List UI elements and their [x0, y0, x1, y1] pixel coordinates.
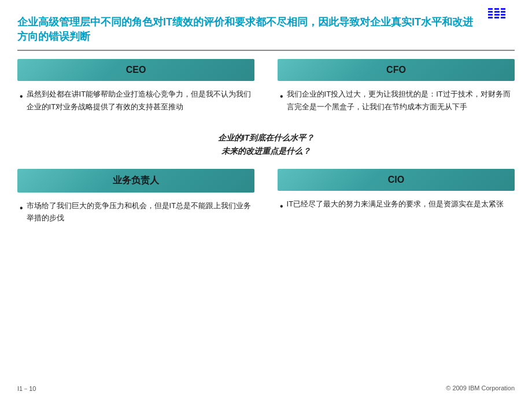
svg-rect-2 [488, 14, 493, 16]
cio-card: CIO • IT已经尽了最大的努力来满足业务的要求，但是资源实在是太紧张 [278, 169, 515, 228]
cio-bullet: • IT已经尽了最大的努力来满足业务的要求，但是资源实在是太紧张 [280, 198, 512, 214]
biz-card: 业务负责人 • 市场给了我们巨大的竞争压力和机会，但是IT总是不能跟上我们业务举… [17, 169, 254, 228]
top-cards-row: CEO • 虽然到处都在讲IT能够帮助企业打造核心竞争力，但是我不认为我们企业的… [17, 59, 515, 122]
cfo-header: CFO [278, 59, 515, 81]
bullet-dot-biz: • [20, 201, 23, 216]
cio-header: CIO [278, 169, 515, 191]
footer-right: © 2009 IBM Corporation [446, 385, 515, 393]
center-question-row: 企业的IT到底在什么水平？ 未来的改进重点是什么？ [17, 127, 515, 157]
divider [17, 50, 515, 51]
svg-rect-8 [501, 8, 505, 10]
cfo-body: • 我们企业的IT投入过大，更为让我担忧的是：IT过于技术，对财务而言完全是一个… [278, 88, 515, 113]
svg-rect-5 [494, 11, 500, 13]
svg-rect-7 [494, 17, 499, 19]
center-question: 企业的IT到底在什么水平？ 未来的改进重点是什么？ [218, 131, 314, 157]
svg-rect-10 [501, 14, 505, 16]
cio-body: • IT已经尽了最大的努力来满足业务的要求，但是资源实在是太紧张 [278, 198, 515, 214]
bullet-dot-cio: • [280, 199, 283, 214]
ceo-card: CEO • 虽然到处都在讲IT能够帮助企业打造核心竞争力，但是我不认为我们企业的… [17, 59, 254, 116]
biz-body: • 市场给了我们巨大的竞争压力和机会，但是IT总是不能跟上我们业务举措的步伐 [17, 200, 254, 224]
page-container: 企业高级管理层中不同的角色对IT绩效的评价和要求都不尽相同，因此导致对企业真实I… [0, 0, 532, 399]
svg-rect-9 [501, 11, 505, 13]
ibm-logo [488, 7, 518, 23]
footer-left: I1－10 [17, 385, 36, 393]
page-title: 企业高级管理层中不同的角色对IT绩效的评价和要求都不尽相同，因此导致对企业真实I… [17, 15, 515, 44]
footer: I1－10 © 2009 IBM Corporation [17, 385, 515, 393]
cfo-bullet: • 我们企业的IT投入过大，更为让我担忧的是：IT过于技术，对财务而言完全是一个… [280, 88, 512, 113]
bullet-dot: • [20, 89, 23, 104]
svg-rect-4 [494, 8, 499, 10]
bullet-dot-cfo: • [280, 89, 283, 104]
ceo-header: CEO [17, 59, 254, 81]
svg-rect-11 [501, 17, 505, 19]
ceo-body: • 虽然到处都在讲IT能够帮助企业打造核心竞争力，但是我不认为我们企业的IT对业… [17, 88, 254, 113]
biz-header: 业务负责人 [17, 169, 254, 193]
cfo-card: CFO • 我们企业的IT投入过大，更为让我担忧的是：IT过于技术，对财务而言完… [278, 59, 515, 116]
svg-rect-0 [488, 8, 493, 10]
svg-rect-1 [488, 11, 493, 13]
biz-bullet: • 市场给了我们巨大的竞争压力和机会，但是IT总是不能跟上我们业务举措的步伐 [20, 200, 252, 224]
bottom-cards-row: 业务负责人 • 市场给了我们巨大的竞争压力和机会，但是IT总是不能跟上我们业务举… [17, 169, 515, 234]
ceo-bullet: • 虽然到处都在讲IT能够帮助企业打造核心竞争力，但是我不认为我们企业的IT对业… [20, 88, 252, 113]
svg-rect-3 [488, 17, 493, 19]
svg-rect-6 [494, 14, 500, 16]
